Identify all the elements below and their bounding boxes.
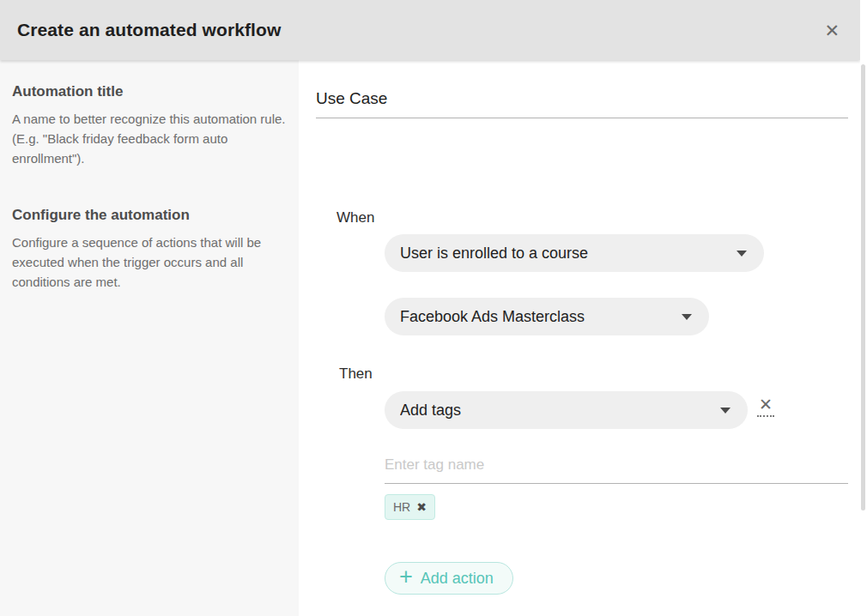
dialog-body: Automation title A name to better recogn…: [0, 60, 860, 616]
course-select-value: Facebook Ads Masterclass: [400, 308, 671, 326]
tag-chip: HR ✖: [385, 494, 435, 520]
when-label: When: [336, 209, 374, 226]
dialog-header: Create an automated workflow ✕: [0, 0, 860, 60]
main-form-area: When User is enrolled to a course Facebo…: [299, 60, 860, 616]
caret-down-icon: [737, 251, 747, 257]
add-action-button[interactable]: + Add action: [385, 562, 513, 595]
plus-icon: +: [399, 565, 413, 589]
tag-chip-label: HR: [393, 500, 410, 514]
automation-title-input[interactable]: [316, 89, 848, 118]
automation-title-heading: Automation title: [12, 83, 288, 100]
caret-down-icon: [720, 408, 731, 414]
sidebar-section-configure-automation: Configure the automation Configure a seq…: [12, 207, 288, 292]
course-select[interactable]: Facebook Ads Masterclass: [385, 298, 709, 335]
tag-remove-icon[interactable]: ✖: [416, 501, 427, 513]
automation-title-description: A name to better recognize this automati…: [12, 109, 288, 168]
add-action-label: Add action: [421, 570, 494, 588]
trigger-select-value: User is enrolled to a course: [400, 245, 726, 263]
trigger-select[interactable]: User is enrolled to a course: [385, 234, 764, 272]
vertical-scrollbar-thumb[interactable]: [861, 64, 865, 510]
automation-workflow-dialog: Create an automated workflow ✕ Automatio…: [0, 0, 867, 616]
vertical-scrollbar-track: [860, 0, 867, 616]
sidebar-section-automation-title: Automation title A name to better recogn…: [12, 83, 288, 168]
then-label: Then: [339, 365, 373, 383]
configure-automation-heading: Configure the automation: [12, 207, 288, 224]
dialog-title: Create an automated workflow: [17, 20, 281, 40]
sidebar: Automation title A name to better recogn…: [0, 60, 299, 616]
configure-automation-description: Configure a sequence of actions that wil…: [12, 233, 288, 292]
caret-down-icon: [682, 314, 692, 320]
tag-name-input[interactable]: [385, 456, 848, 484]
remove-action-icon[interactable]: ✕: [757, 396, 774, 417]
close-icon[interactable]: ✕: [817, 18, 846, 43]
action-select[interactable]: Add tags: [385, 391, 748, 429]
action-select-value: Add tags: [400, 402, 710, 420]
